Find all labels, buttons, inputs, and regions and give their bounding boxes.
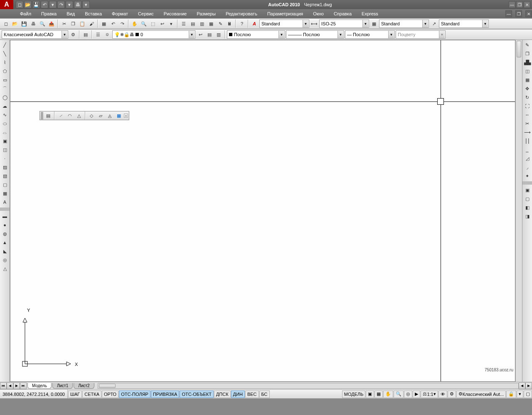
status-toggle-отс-объект[interactable]: ОТС-ОБЪЕКТ	[180, 390, 213, 398]
layer-states-icon[interactable]: ⛭	[103, 30, 111, 39]
workspace-settings-icon[interactable]: ⚙	[69, 30, 77, 39]
explode-icon[interactable]: ✦	[523, 172, 532, 180]
hatch-icon[interactable]: ▨	[1, 163, 9, 171]
float-btn-1-icon[interactable]: ▤	[44, 111, 52, 120]
menu-file[interactable]: Файл	[17, 10, 34, 17]
quickview-layouts-icon[interactable]: ▣	[366, 390, 374, 398]
toolpalettes-btn-icon[interactable]: ▤	[81, 30, 90, 39]
hardware-accel-icon[interactable]: ▾	[517, 390, 523, 398]
plot-preview-icon[interactable]: 🔍	[38, 20, 47, 28]
annotation-autoscale-icon[interactable]: ⚙	[448, 390, 456, 398]
new-file-icon[interactable]: ◻	[2, 20, 10, 28]
gradient-icon[interactable]: ▧	[1, 172, 9, 180]
fillet-icon[interactable]: ◞	[523, 163, 532, 171]
color-combo[interactable]: Послою▼	[227, 30, 285, 39]
redo-tb-icon[interactable]: ↷	[118, 20, 126, 28]
dim-style-icon[interactable]: ⟷	[310, 20, 318, 28]
line-icon[interactable]: ╱	[1, 41, 9, 49]
workspace-switch[interactable]: ⚙ Классический Aut...	[456, 390, 506, 398]
status-toggle-вес[interactable]: ВЕС	[245, 390, 259, 398]
zoom-status-icon[interactable]: 🔍	[394, 390, 404, 398]
match-props-icon[interactable]: 🖌	[87, 20, 96, 28]
zoom-drop-icon[interactable]: ▾	[167, 20, 175, 28]
toolbar-grip[interactable]	[41, 112, 43, 119]
float-btn-4-icon[interactable]: △	[75, 111, 83, 120]
status-toggle-орто[interactable]: ОРТО	[102, 390, 118, 398]
tab-sheet1[interactable]: Лист1	[52, 383, 73, 389]
tab-first-icon[interactable]: ⏮	[0, 383, 7, 389]
draworder-back-icon[interactable]: ▢	[523, 195, 532, 203]
menu-express[interactable]: Express	[358, 10, 382, 17]
draworder-above-icon[interactable]: ◧	[523, 203, 532, 212]
menu-insert[interactable]: Вставка	[81, 10, 105, 17]
redo-drop-icon[interactable]: ▾	[66, 1, 73, 8]
menu-view[interactable]: Вид	[63, 10, 78, 17]
mesh-wedge-icon[interactable]: ◣	[1, 247, 9, 255]
menu-window[interactable]: Окно	[310, 10, 327, 17]
undo-drop-icon[interactable]: ▾	[49, 1, 57, 8]
properties-icon[interactable]: ☰	[180, 20, 188, 28]
close-button[interactable]: ✕	[524, 1, 530, 8]
float-btn-8-icon[interactable]: ▦	[115, 111, 123, 120]
tab-last-icon[interactable]: ⏭	[20, 383, 27, 389]
pan-icon[interactable]: ✋	[131, 20, 139, 28]
draworder-under-icon[interactable]: ◨	[523, 212, 532, 220]
mleader-style-combo[interactable]: Standard▼	[439, 20, 489, 28]
vertical-scrollbar[interactable]	[515, 40, 522, 382]
table-icon[interactable]: ▦	[1, 189, 9, 198]
menu-edit[interactable]: Правка	[38, 10, 60, 17]
scale-icon[interactable]: ⛶	[523, 102, 532, 110]
markup-icon[interactable]: ✎	[216, 20, 224, 28]
pan-status-icon[interactable]: ✋	[383, 390, 393, 398]
erase-icon[interactable]: ✎	[523, 41, 532, 49]
ellipse-icon[interactable]: ⬭	[1, 119, 9, 128]
steering-wheel-icon[interactable]: ◎	[404, 390, 412, 398]
mesh-pyramid-icon[interactable]: △	[1, 264, 9, 273]
status-toggle-сетка[interactable]: СЕТКА	[82, 390, 101, 398]
tab-model[interactable]: Модель	[27, 383, 52, 389]
mesh-torus-icon[interactable]: ◎	[1, 256, 9, 264]
mtext-icon[interactable]: A	[1, 198, 9, 206]
publish-icon[interactable]: 📤	[47, 20, 56, 28]
mesh-sphere-icon[interactable]: ●	[1, 221, 9, 229]
app-menu-button[interactable]: A	[0, 0, 13, 9]
menu-format[interactable]: Формат	[108, 10, 131, 17]
mesh-box-icon[interactable]: ▬	[1, 212, 9, 220]
revcloud-icon[interactable]: ☁	[1, 102, 9, 110]
paste-icon[interactable]: 📋	[78, 20, 86, 28]
quickview-drawings-icon[interactable]: ▦	[374, 390, 383, 398]
plotstyle-combo[interactable]: Поцвету▼	[396, 30, 446, 39]
new-icon[interactable]: ◻	[16, 1, 23, 8]
extend-icon[interactable]: ⟶	[523, 128, 532, 136]
tool-palettes-icon[interactable]: ▥	[198, 20, 206, 28]
open-file-icon[interactable]: 📂	[11, 20, 19, 28]
dim-style-combo[interactable]: ISO-25▼	[319, 20, 369, 28]
doc-restore-button[interactable]: ❐	[515, 10, 522, 17]
undo-tb-icon[interactable]: ↶	[109, 20, 117, 28]
table-style-icon[interactable]: ▦	[370, 20, 378, 28]
table-style-combo[interactable]: Standard▼	[379, 20, 429, 28]
hscroll-right-icon[interactable]: ▶	[525, 383, 532, 389]
menu-draw[interactable]: Рисование	[160, 10, 190, 17]
float-btn-3-icon[interactable]: ◠	[66, 111, 74, 120]
mesh-cone-icon[interactable]: ▲	[1, 238, 9, 247]
offset-icon[interactable]: ◫	[523, 67, 532, 75]
join-icon[interactable]: ⎯	[523, 146, 532, 154]
move-icon[interactable]: ✥	[523, 84, 532, 93]
zoom-previous-icon[interactable]: ↩	[158, 20, 166, 28]
floating-toolbar[interactable]: ▤ ⟋ ◠ △ ◇ ▱ ◬ ▦ ×	[39, 111, 129, 120]
drawing-canvas[interactable]: ▤ ⟋ ◠ △ ◇ ▱ ◬ ▦ × X Y 750183.ucoz.ru	[10, 40, 515, 382]
hscroll-left-icon[interactable]: ◀	[519, 383, 525, 389]
float-btn-5-icon[interactable]: ◇	[87, 111, 96, 120]
design-center-icon[interactable]: ▤	[189, 20, 197, 28]
quickcalc-icon[interactable]: 🖩	[225, 20, 234, 28]
rotate-icon[interactable]: ↻	[523, 93, 532, 101]
copy-icon[interactable]: ❐	[69, 20, 77, 28]
annotation-scale[interactable]: ⚖ 1:1 ▾	[421, 390, 438, 398]
linetype-combo[interactable]: ——— Послою▼	[286, 30, 344, 39]
undo-icon[interactable]: ↶	[41, 1, 48, 8]
tab-sheet2[interactable]: Лист2	[74, 383, 94, 389]
float-btn-2-icon[interactable]: ⟋	[57, 111, 65, 120]
menu-tools[interactable]: Сервис	[135, 10, 157, 17]
help-icon[interactable]: ?	[238, 20, 246, 28]
